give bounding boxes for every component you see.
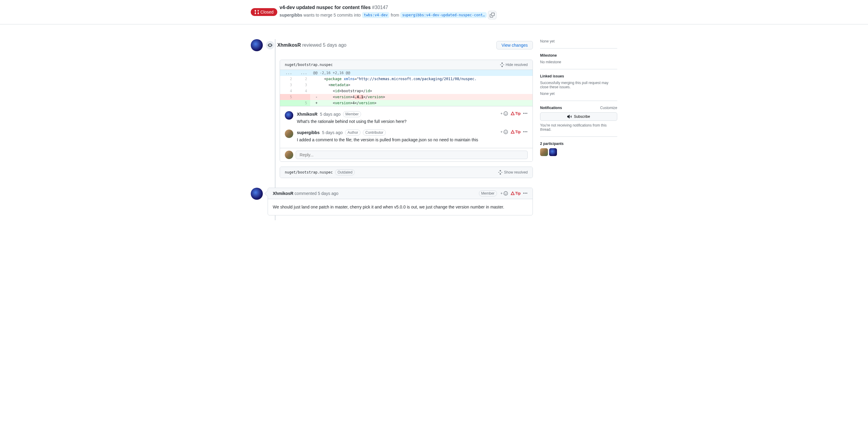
customize-link[interactable]: Customize (600, 106, 617, 110)
pr-state-text: Closed (260, 10, 274, 14)
tip-button[interactable]: Tip (510, 191, 521, 196)
participants-heading: 2 participants (540, 141, 617, 146)
linked-issues-value: None yet (540, 92, 617, 96)
review-time[interactable]: 5 days ago (323, 42, 346, 47)
svg-point-5 (506, 131, 507, 132)
commenter-avatar[interactable] (251, 188, 263, 200)
linked-issues-heading[interactable]: Linked issues (540, 74, 617, 78)
comment-avatar[interactable] (285, 111, 293, 120)
svg-point-2 (506, 113, 507, 113)
subscribe-button[interactable]: Subscribe (540, 112, 617, 121)
notifications-heading: Notifications (540, 106, 562, 110)
pr-state-badge: Closed (251, 8, 277, 16)
role-badge: Member (343, 111, 361, 117)
review-file-box: nuget/bootstrap.nuspec Hide resolved ...… (280, 60, 533, 162)
review-comment: supergibbs 5 days ago Author Contributor… (285, 127, 528, 145)
base-branch[interactable]: twbs:v4-dev (362, 12, 390, 18)
participant-avatar[interactable] (549, 148, 557, 156)
sidebar: None yet Milestone No milestone Linked i… (540, 39, 617, 220)
svg-point-0 (504, 112, 507, 116)
milestone-heading[interactable]: Milestone (540, 53, 617, 58)
milestone-value: No milestone (540, 60, 617, 64)
unfold-icon (500, 62, 504, 67)
diff-line[interactable]: 33 <metadata> (280, 82, 532, 88)
conversation-timeline: XhmikosR reviewed 5 days ago View change… (251, 39, 533, 220)
comment-text: I added a comment to the file; the versi… (297, 137, 528, 143)
svg-point-1 (504, 113, 505, 113)
outdated-file-path[interactable]: nuget/bootstrap.nuspec (285, 170, 333, 174)
smiley-icon (503, 191, 508, 196)
svg-point-8 (506, 193, 507, 193)
comment-time[interactable]: 5 days ago (320, 112, 341, 117)
add-reaction-button[interactable]: + (501, 130, 508, 134)
review-eye-badge (265, 40, 275, 50)
timeline-comment-bubble: XhmikosR commented 5 days ago Member + T… (268, 188, 533, 216)
pr-author[interactable]: supergibbs (280, 13, 302, 18)
diff-line[interactable]: 5+ <version>4</version> (280, 100, 532, 106)
reviewer-avatar[interactable] (251, 39, 263, 51)
view-changes-button[interactable]: View changes (496, 41, 533, 50)
svg-point-4 (504, 131, 505, 132)
comment-menu-button[interactable]: ••• (523, 111, 528, 116)
tip-button[interactable]: Tip (510, 111, 521, 116)
pr-number: #30147 (372, 5, 388, 10)
diff-line[interactable]: 44 <id>bootstrap</id> (280, 88, 532, 94)
add-reaction-button[interactable]: + (501, 191, 508, 196)
comment-author-link[interactable]: XhmikosR (297, 112, 317, 117)
pr-meta-row: supergibbs wants to merge 5 commits into… (280, 11, 496, 19)
diff-line[interactable]: 5- <version>4.4.1</version> (280, 94, 532, 100)
diff-line[interactable]: 22 <package xmlns="http://schemas.micros… (280, 76, 532, 82)
reply-input[interactable] (296, 151, 528, 159)
comment-body: We should just land one patch in master,… (268, 199, 532, 215)
unfold-icon (498, 170, 503, 175)
comment-time[interactable]: 5 days ago (322, 130, 343, 135)
tip-button[interactable]: Tip (510, 130, 521, 134)
unmute-icon (567, 114, 572, 119)
participant-avatar[interactable] (540, 148, 548, 156)
comment-menu-button[interactable]: ••• (523, 130, 528, 134)
current-user-avatar[interactable] (285, 151, 293, 159)
comment-time[interactable]: 5 days ago (318, 191, 338, 196)
eye-icon (268, 43, 273, 47)
sidebar-none-yet: None yet (540, 39, 617, 43)
member-badge: Member (479, 190, 497, 196)
triangle-icon (510, 191, 515, 196)
diff-table: ......@@ -2,16 +2,16 @@ 22 <package xmln… (280, 70, 532, 106)
hide-resolved-button[interactable]: Hide resolved (500, 62, 528, 67)
sticky-header: Closed v4-dev updated nuspec for content… (0, 0, 868, 24)
comment-author-link[interactable]: supergibbs (297, 130, 319, 135)
outdated-label: Outdated (335, 169, 355, 175)
svg-point-6 (504, 192, 507, 196)
comment-text: What's the rationale behind not using th… (297, 119, 528, 125)
linked-issues-desc: Successfully merging this pull request m… (540, 81, 617, 89)
commenter-link[interactable]: XhmikosR (273, 191, 293, 196)
copy-icon (490, 13, 495, 18)
triangle-icon (510, 130, 515, 134)
comment-avatar[interactable] (285, 130, 293, 138)
reviewer-link[interactable]: XhmikosR (277, 42, 301, 47)
role-badge: Contributor (363, 130, 385, 136)
outdated-file-box: nuget/bootstrap.nuspec Outdated Show res… (280, 167, 533, 178)
smiley-icon (503, 111, 508, 116)
file-path-link[interactable]: nuget/bootstrap.nuspec (285, 63, 333, 67)
add-reaction-button[interactable]: + (501, 111, 508, 116)
comment-menu-button[interactable]: ••• (523, 191, 528, 196)
head-branch[interactable]: supergibbs:v4-dev-updated-nuspec-cont… (400, 12, 487, 18)
smiley-icon (503, 130, 508, 134)
triangle-icon (510, 111, 515, 116)
show-resolved-button[interactable]: Show resolved (498, 170, 528, 175)
svg-point-7 (504, 193, 505, 193)
svg-point-3 (504, 130, 507, 134)
review-comment: XhmikosR 5 days ago Member What's the ra… (285, 109, 528, 127)
role-badge: Author (345, 130, 361, 136)
notifications-desc: You're not receiving notifications from … (540, 123, 617, 132)
copy-branch-button[interactable] (488, 11, 496, 19)
hunk-header: @@ -2,16 +2,16 @@ (310, 70, 532, 76)
git-pull-request-closed-icon (254, 10, 259, 14)
pr-title[interactable]: v4-dev updated nuspec for content files (280, 5, 371, 10)
